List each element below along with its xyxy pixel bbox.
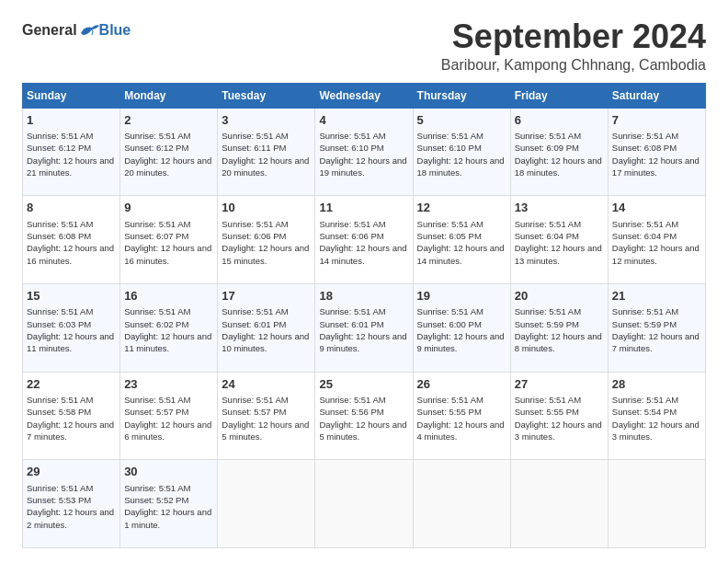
- calendar-week-row: 8Sunrise: 5:51 AM Sunset: 6:08 PM Daylig…: [23, 196, 706, 284]
- day-number: 28: [612, 376, 701, 393]
- calendar-header-row: Sunday Monday Tuesday Wednesday Thursday…: [23, 83, 706, 108]
- day-info: Sunrise: 5:51 AM Sunset: 6:09 PM Dayligh…: [515, 130, 604, 178]
- day-info: Sunrise: 5:51 AM Sunset: 6:12 PM Dayligh…: [124, 130, 213, 178]
- table-row: 20Sunrise: 5:51 AM Sunset: 5:59 PM Dayli…: [510, 283, 608, 372]
- logo: General Blue: [22, 22, 131, 39]
- table-row: 12Sunrise: 5:51 AM Sunset: 6:05 PM Dayli…: [413, 196, 510, 284]
- day-number: 20: [515, 288, 604, 304]
- col-tuesday: Tuesday: [218, 83, 315, 108]
- day-info: Sunrise: 5:51 AM Sunset: 5:56 PM Dayligh…: [319, 394, 408, 442]
- table-row: 26Sunrise: 5:51 AM Sunset: 5:55 PM Dayli…: [413, 372, 510, 460]
- day-number: 21: [612, 288, 701, 304]
- day-number: 1: [27, 112, 116, 129]
- logo-blue-text: Blue: [99, 22, 131, 39]
- table-row: 15Sunrise: 5:51 AM Sunset: 6:03 PM Dayli…: [23, 283, 120, 372]
- table-row: 29Sunrise: 5:51 AM Sunset: 5:53 PM Dayli…: [23, 460, 120, 548]
- calendar-week-row: 15Sunrise: 5:51 AM Sunset: 6:03 PM Dayli…: [23, 283, 706, 372]
- table-row: [608, 460, 705, 548]
- table-row: 18Sunrise: 5:51 AM Sunset: 6:01 PM Dayli…: [315, 283, 413, 372]
- day-info: Sunrise: 5:51 AM Sunset: 6:01 PM Dayligh…: [222, 305, 311, 354]
- table-row: 1Sunrise: 5:51 AM Sunset: 6:12 PM Daylig…: [23, 108, 120, 196]
- calendar-week-row: 22Sunrise: 5:51 AM Sunset: 5:58 PM Dayli…: [23, 372, 706, 460]
- day-info: Sunrise: 5:51 AM Sunset: 6:05 PM Dayligh…: [417, 218, 506, 267]
- logo-bird-icon: [79, 22, 99, 39]
- table-row: [413, 460, 510, 548]
- day-number: 3: [222, 112, 311, 129]
- day-number: 30: [124, 464, 213, 480]
- table-row: 2Sunrise: 5:51 AM Sunset: 6:12 PM Daylig…: [120, 108, 218, 196]
- main-title: September 2024: [149, 18, 706, 55]
- subtitle: Baribour, Kampong Chhnang, Cambodia: [149, 57, 706, 74]
- table-row: 4Sunrise: 5:51 AM Sunset: 6:10 PM Daylig…: [315, 108, 413, 196]
- day-info: Sunrise: 5:51 AM Sunset: 6:08 PM Dayligh…: [27, 218, 116, 267]
- table-row: 6Sunrise: 5:51 AM Sunset: 6:09 PM Daylig…: [510, 108, 608, 196]
- table-row: 16Sunrise: 5:51 AM Sunset: 6:02 PM Dayli…: [120, 283, 218, 372]
- day-info: Sunrise: 5:51 AM Sunset: 6:02 PM Dayligh…: [124, 305, 213, 354]
- day-number: 13: [515, 200, 604, 216]
- day-number: 4: [319, 112, 408, 129]
- table-row: 23Sunrise: 5:51 AM Sunset: 5:57 PM Dayli…: [120, 372, 218, 460]
- day-number: 7: [612, 112, 701, 129]
- day-number: 6: [515, 112, 604, 129]
- day-info: Sunrise: 5:51 AM Sunset: 6:07 PM Dayligh…: [124, 218, 213, 267]
- day-number: 14: [612, 200, 701, 216]
- col-monday: Monday: [120, 83, 218, 108]
- day-number: 10: [222, 200, 311, 216]
- day-number: 12: [417, 200, 506, 216]
- day-info: Sunrise: 5:51 AM Sunset: 5:57 PM Dayligh…: [124, 394, 213, 442]
- day-number: 22: [27, 376, 116, 393]
- day-number: 2: [124, 112, 213, 129]
- day-number: 17: [222, 288, 311, 304]
- table-row: 13Sunrise: 5:51 AM Sunset: 6:04 PM Dayli…: [510, 196, 608, 284]
- table-row: [510, 460, 608, 548]
- col-friday: Friday: [510, 83, 608, 108]
- day-info: Sunrise: 5:51 AM Sunset: 6:10 PM Dayligh…: [417, 130, 506, 178]
- table-row: [218, 460, 315, 548]
- day-number: 29: [27, 464, 116, 480]
- table-row: 25Sunrise: 5:51 AM Sunset: 5:56 PM Dayli…: [315, 372, 413, 460]
- day-info: Sunrise: 5:51 AM Sunset: 6:11 PM Dayligh…: [222, 130, 311, 178]
- day-number: 9: [124, 200, 213, 216]
- day-info: Sunrise: 5:51 AM Sunset: 6:10 PM Dayligh…: [319, 130, 408, 178]
- header: General Blue September 2024 Baribour, Ka…: [22, 18, 706, 74]
- day-info: Sunrise: 5:51 AM Sunset: 5:53 PM Dayligh…: [27, 482, 116, 531]
- table-row: 28Sunrise: 5:51 AM Sunset: 5:54 PM Dayli…: [608, 372, 705, 460]
- table-row: 17Sunrise: 5:51 AM Sunset: 6:01 PM Dayli…: [218, 283, 315, 372]
- day-number: 24: [222, 376, 311, 393]
- day-number: 8: [27, 200, 116, 216]
- calendar-week-row: 29Sunrise: 5:51 AM Sunset: 5:53 PM Dayli…: [23, 460, 706, 548]
- day-info: Sunrise: 5:51 AM Sunset: 6:08 PM Dayligh…: [612, 130, 701, 178]
- table-row: 9Sunrise: 5:51 AM Sunset: 6:07 PM Daylig…: [120, 196, 218, 284]
- page: General Blue September 2024 Baribour, Ka…: [0, 0, 728, 563]
- title-block: September 2024 Baribour, Kampong Chhnang…: [149, 18, 706, 74]
- day-info: Sunrise: 5:51 AM Sunset: 5:52 PM Dayligh…: [124, 482, 213, 531]
- table-row: 21Sunrise: 5:51 AM Sunset: 5:59 PM Dayli…: [608, 283, 705, 372]
- day-info: Sunrise: 5:51 AM Sunset: 5:55 PM Dayligh…: [417, 394, 506, 442]
- day-number: 15: [27, 288, 116, 304]
- day-info: Sunrise: 5:51 AM Sunset: 6:06 PM Dayligh…: [222, 218, 311, 267]
- day-info: Sunrise: 5:51 AM Sunset: 5:55 PM Dayligh…: [515, 394, 604, 442]
- table-row: 30Sunrise: 5:51 AM Sunset: 5:52 PM Dayli…: [120, 460, 218, 548]
- day-number: 16: [124, 288, 213, 304]
- day-info: Sunrise: 5:51 AM Sunset: 5:59 PM Dayligh…: [612, 305, 701, 354]
- table-row: 10Sunrise: 5:51 AM Sunset: 6:06 PM Dayli…: [218, 196, 315, 284]
- day-number: 27: [515, 376, 604, 393]
- logo-general-text: General: [22, 22, 77, 39]
- day-info: Sunrise: 5:51 AM Sunset: 6:01 PM Dayligh…: [319, 305, 408, 354]
- table-row: [315, 460, 413, 548]
- day-number: 5: [417, 112, 506, 129]
- day-number: 23: [124, 376, 213, 393]
- col-saturday: Saturday: [608, 83, 705, 108]
- table-row: 3Sunrise: 5:51 AM Sunset: 6:11 PM Daylig…: [218, 108, 315, 196]
- day-info: Sunrise: 5:51 AM Sunset: 5:58 PM Dayligh…: [27, 394, 116, 442]
- day-number: 18: [319, 288, 408, 304]
- day-info: Sunrise: 5:51 AM Sunset: 6:04 PM Dayligh…: [612, 218, 701, 267]
- day-info: Sunrise: 5:51 AM Sunset: 6:04 PM Dayligh…: [515, 218, 604, 267]
- day-info: Sunrise: 5:51 AM Sunset: 5:59 PM Dayligh…: [515, 305, 604, 354]
- table-row: 5Sunrise: 5:51 AM Sunset: 6:10 PM Daylig…: [413, 108, 510, 196]
- calendar-table: Sunday Monday Tuesday Wednesday Thursday…: [22, 83, 706, 548]
- table-row: 22Sunrise: 5:51 AM Sunset: 5:58 PM Dayli…: [23, 372, 120, 460]
- table-row: 7Sunrise: 5:51 AM Sunset: 6:08 PM Daylig…: [608, 108, 705, 196]
- day-info: Sunrise: 5:51 AM Sunset: 6:12 PM Dayligh…: [27, 130, 116, 178]
- day-info: Sunrise: 5:51 AM Sunset: 6:00 PM Dayligh…: [417, 305, 506, 354]
